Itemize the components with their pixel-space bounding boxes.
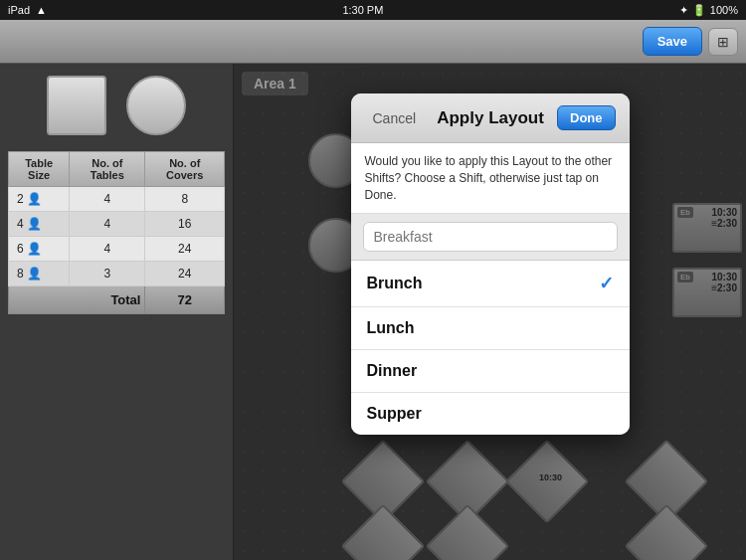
status-bar: iPad ▲ 1:30 PM ✦ 🔋 100%	[0, 0, 746, 20]
cell-covers: 16	[145, 212, 225, 237]
carrier-label: iPad	[8, 4, 30, 16]
shift-item-lunch[interactable]: Lunch	[351, 307, 630, 350]
modal-header: Cancel Apply Layout Done	[351, 93, 630, 143]
status-time: 1:30 PM	[342, 4, 383, 16]
circle-table-shape[interactable]	[126, 76, 186, 135]
table-row: 8 👤 3 24	[9, 262, 225, 286]
table-row: 4 👤 4 16	[9, 212, 225, 237]
shift-name-supper: Supper	[367, 405, 422, 423]
shift-name-brunch: Brunch	[367, 275, 423, 292]
bluetooth-icon: ✦	[679, 4, 688, 17]
cell-size: 8 👤	[9, 262, 70, 286]
cell-covers: 24	[145, 262, 225, 286]
cell-size: 6 👤	[9, 237, 70, 262]
modal-shift-list: Brunch ✓ Lunch Dinner Supper	[351, 261, 630, 435]
total-label: Total	[9, 286, 145, 314]
cell-size: 2 👤	[9, 187, 70, 212]
toolbar: Save ⊞	[0, 20, 746, 64]
modal-message: Would you like to apply this Layout to t…	[351, 143, 630, 214]
cell-tables: 4	[70, 187, 145, 212]
grid-button[interactable]: ⊞	[708, 28, 738, 56]
table-stats: Table Size No. of Tables No. of Covers 2…	[8, 151, 225, 314]
shift-item-brunch[interactable]: Brunch ✓	[351, 261, 630, 307]
cell-tables: 4	[70, 237, 145, 262]
modal-overlay: Cancel Apply Layout Done Would you like …	[234, 64, 746, 560]
shift-search-input[interactable]	[363, 222, 618, 252]
table-row: 2 👤 4 8	[9, 187, 225, 212]
shift-name-lunch: Lunch	[367, 319, 415, 337]
wifi-icon: ▲	[36, 4, 47, 16]
save-button[interactable]: Save	[643, 27, 702, 56]
shift-item-supper[interactable]: Supper	[351, 393, 630, 435]
cell-size: 4 👤	[9, 212, 70, 237]
modal-done-button[interactable]: Done	[557, 105, 616, 130]
cell-covers: 8	[145, 187, 225, 212]
battery-icon: 🔋	[692, 4, 706, 17]
modal-cancel-button[interactable]: Cancel	[365, 106, 425, 130]
col-header-size: Table Size	[9, 152, 70, 187]
floor-area: Area 1 Eb 10:30 ≡2:30 Eb 10:30 ≡2:30 15 …	[234, 64, 746, 560]
shape-row	[47, 76, 186, 135]
main-content: Table Size No. of Tables No. of Covers 2…	[0, 64, 746, 560]
battery-label: 100%	[710, 4, 738, 16]
checkmark-brunch: ✓	[599, 273, 614, 294]
total-value: 72	[145, 286, 225, 314]
shift-item-dinner[interactable]: Dinner	[351, 350, 630, 393]
col-header-covers: No. of Covers	[145, 152, 225, 187]
toolbar-right: Save ⊞	[643, 27, 738, 56]
status-right: ✦ 🔋 100%	[679, 4, 738, 17]
cell-tables: 3	[70, 262, 145, 286]
modal-search-container	[351, 214, 630, 261]
cell-tables: 4	[70, 212, 145, 237]
square-table-shape[interactable]	[47, 76, 106, 135]
table-row: 6 👤 4 24	[9, 237, 225, 262]
shift-name-dinner: Dinner	[367, 362, 418, 380]
modal-title: Apply Layout	[424, 108, 557, 128]
status-left: iPad ▲	[8, 4, 47, 16]
col-header-tables: No. of Tables	[70, 152, 145, 187]
apply-layout-modal: Cancel Apply Layout Done Would you like …	[351, 93, 630, 435]
cell-covers: 24	[145, 237, 225, 262]
sidebar: Table Size No. of Tables No. of Covers 2…	[0, 64, 234, 560]
